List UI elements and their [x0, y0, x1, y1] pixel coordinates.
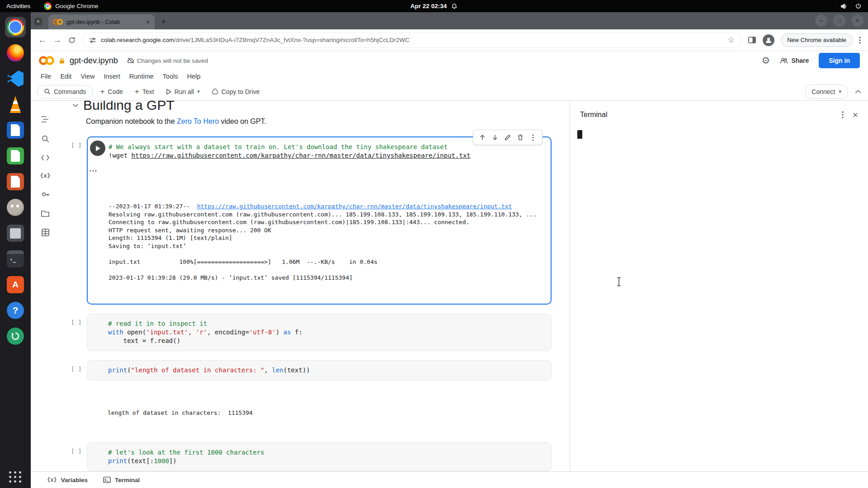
run-counter: [ ] — [71, 448, 81, 455]
copy-to-drive-button[interactable]: Copy to Drive — [207, 85, 264, 98]
activities-button[interactable]: Activities — [6, 3, 30, 9]
app-dock: A ? — [0, 12, 31, 488]
sign-in-button[interactable]: Sign in — [819, 53, 860, 68]
cloud-off-icon — [127, 57, 134, 64]
text-line: print("length of dataset in characters: … — [108, 366, 544, 375]
dock-vlc-icon[interactable] — [5, 94, 26, 115]
play-icon — [166, 89, 171, 95]
power-icon[interactable] — [855, 3, 862, 9]
tab-search-button[interactable]: ▾ — [34, 18, 42, 25]
dock-firefox-icon[interactable] — [5, 42, 26, 63]
text-line: input.txt 100%[===================>] 1.0… — [108, 258, 543, 266]
dock-writer-icon[interactable] — [5, 120, 26, 141]
code-cell[interactable]: [ ] # read it in to inspect itwith open(… — [67, 314, 552, 351]
code-cell[interactable]: [ ] # We always start with a dataset to … — [67, 136, 552, 305]
add-text-button[interactable]: +Text — [130, 84, 159, 99]
run-counter: [ ] — [71, 366, 81, 372]
text-line: 2023-01-17 01:39:28 (29.0 MB/s) - ‘input… — [108, 274, 543, 282]
dock-software-icon[interactable]: A — [5, 274, 26, 295]
notebook-scroll-area[interactable]: Building a GPT Companion notebook to the… — [60, 101, 570, 471]
omnibox[interactable]: colab.research.google.com/drive/1JMLa53H… — [82, 33, 741, 48]
dock-updater-icon[interactable] — [5, 326, 26, 347]
share-button[interactable]: Share — [780, 57, 809, 64]
window-maximize-button[interactable]: □ — [833, 14, 845, 27]
run-counter: [ ] — [71, 142, 81, 149]
notebook-title[interactable]: gpt-dev.ipynb — [70, 56, 118, 66]
secrets-key-icon[interactable] — [41, 190, 50, 199]
address-bar: ← → colab.research.google.com/drive/1JML… — [31, 29, 868, 51]
menu-file[interactable]: File — [36, 71, 56, 82]
collapse-header-chevron-icon[interactable] — [854, 88, 862, 95]
menu-insert[interactable]: Insert — [99, 71, 125, 82]
delete-cell-button[interactable] — [514, 131, 527, 144]
terminal-button[interactable]: Terminal — [103, 477, 140, 483]
window-close-button[interactable]: × — [851, 14, 863, 27]
cell-code-editor[interactable]: # read it in to inspect itwith open('inp… — [87, 314, 552, 351]
cell-gutter: [ ] — [67, 314, 87, 351]
connect-button[interactable]: Connect ▾ — [805, 84, 848, 99]
menu-view[interactable]: View — [76, 71, 99, 82]
table-of-contents-icon[interactable] — [41, 115, 50, 123]
zero-to-hero-link[interactable]: Zero To Hero — [177, 117, 219, 125]
reload-button[interactable] — [68, 36, 76, 44]
move-cell-up-button[interactable] — [476, 131, 489, 144]
terminal-screen[interactable] — [570, 124, 868, 471]
variables-button[interactable]: {x} Variables — [47, 477, 88, 483]
edit-cell-button[interactable] — [501, 131, 514, 144]
table-grid-icon[interactable] — [41, 228, 50, 237]
cell-code-editor[interactable]: print("length of dataset in characters: … — [87, 360, 552, 380]
bookmark-star-icon[interactable]: ☆ — [728, 35, 735, 45]
chrome-update-button[interactable]: New Chrome available — [781, 33, 853, 47]
run-all-button[interactable]: Run all ▾ — [161, 85, 204, 98]
dock-chrome-icon[interactable] — [5, 17, 26, 38]
variable-inspector-icon[interactable]: {x} — [40, 172, 50, 179]
menu-edit[interactable]: Edit — [56, 71, 76, 82]
save-notice[interactable]: Changes will not be saved — [127, 57, 208, 64]
text-line: # read it in to inspect it — [108, 319, 544, 328]
focused-app-indicator[interactable]: Google Chrome — [44, 2, 98, 10]
cell-code-editor[interactable]: # let's look at the first 1000 character… — [87, 442, 552, 471]
colab-logo[interactable] — [39, 56, 54, 65]
dock-impress-icon[interactable] — [5, 171, 26, 192]
dock-calc-icon[interactable] — [5, 145, 26, 166]
tab-close-icon[interactable]: × — [146, 19, 150, 25]
profile-avatar[interactable] — [763, 34, 774, 46]
files-folder-icon[interactable] — [41, 210, 50, 217]
cell-output: --2023-01-17 01:39:27-- https://raw.gith… — [88, 165, 551, 304]
menu-help[interactable]: Help — [183, 71, 205, 82]
back-button[interactable]: ← — [38, 35, 47, 45]
dock-vscode-icon[interactable] — [5, 68, 26, 89]
forward-button[interactable]: → — [53, 35, 61, 45]
window-minimize-button[interactable]: – — [815, 14, 827, 27]
dock-files-icon[interactable] — [5, 223, 26, 244]
close-terminal-icon[interactable]: × — [853, 110, 858, 119]
browser-menu-icon[interactable] — [859, 37, 861, 44]
dock-help-icon[interactable]: ? — [5, 300, 26, 321]
menu-tools[interactable]: Tools — [158, 71, 183, 82]
cell-more-options-button[interactable] — [527, 131, 539, 144]
show-applications-button[interactable] — [9, 471, 22, 483]
collapse-section-chevron[interactable] — [71, 101, 80, 109]
find-replace-icon[interactable] — [41, 134, 50, 143]
dock-gimp-icon[interactable] — [5, 197, 26, 218]
dock-terminal-icon[interactable] — [5, 249, 26, 269]
code-cell[interactable]: [ ] print("length of dataset in characte… — [67, 360, 552, 436]
menu-runtime[interactable]: Runtime — [125, 71, 158, 82]
clock[interactable]: Apr 22 02:34 — [410, 3, 458, 9]
site-settings-icon[interactable] — [89, 37, 96, 44]
code-cell[interactable]: [ ] # let's look at the first 1000 chara… — [67, 442, 552, 471]
browser-tab[interactable]: gpt-dev.ipynb - Colab × — [48, 14, 155, 29]
code-snippets-icon[interactable] — [41, 154, 50, 161]
new-tab-button[interactable]: + — [161, 17, 166, 26]
volume-icon[interactable] — [840, 3, 848, 10]
colab-app: gpt-dev.ipynb Changes will not be saved … — [31, 51, 868, 488]
commands-button[interactable]: Commands — [37, 85, 93, 99]
move-cell-down-button[interactable] — [489, 131, 501, 144]
output-options-button[interactable] — [90, 170, 97, 172]
settings-gear-icon[interactable]: ⚙ — [762, 55, 770, 66]
run-cell-button[interactable] — [90, 141, 105, 156]
add-code-button[interactable]: +Code — [96, 84, 127, 99]
terminal-menu-icon[interactable] — [842, 111, 844, 118]
terminal-icon — [103, 477, 111, 483]
side-panel-icon[interactable] — [748, 36, 756, 44]
